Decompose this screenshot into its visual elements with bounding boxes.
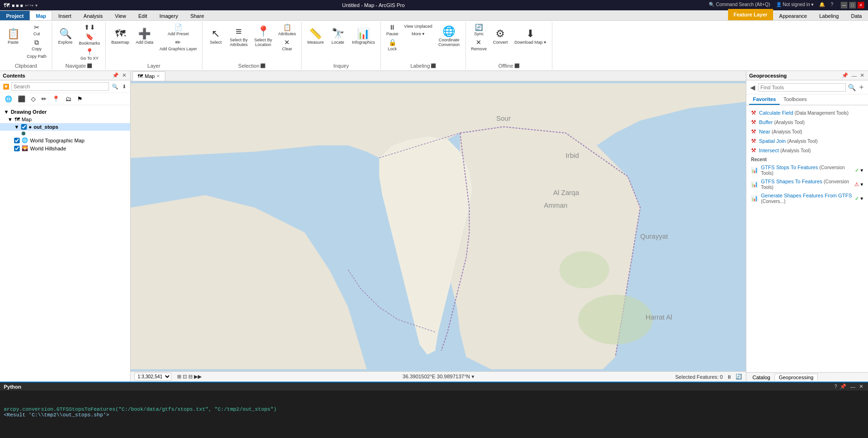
world-topo-checkbox[interactable] [14, 138, 20, 143]
tab-analysis[interactable]: Analysis [78, 11, 109, 20]
notification-icon[interactable]: 🔔 [819, 2, 825, 8]
gp-recent-generate-shapes[interactable]: 📊 Generate Shapes Features From GTFS (Co… [746, 191, 868, 205]
contents-tool-5[interactable]: 📍 [50, 94, 62, 103]
gp-favorite-intersect[interactable]: ⚒ Intersect (Analysis Tool) [746, 146, 868, 155]
gp-recent-gtfs-shapes[interactable]: 📊 GTFS Shapes To Features (Conversion To… [746, 177, 868, 191]
layer-world-topo[interactable]: 🌐 World Topographic Map [0, 136, 130, 144]
tab-project[interactable]: Project [0, 11, 30, 20]
tab-data[interactable]: Data [845, 11, 868, 20]
more-btn[interactable]: More ▾ [402, 30, 434, 38]
view-unplaced-btn[interactable]: View Unplaced [402, 23, 434, 30]
contents-tool-1[interactable]: 🌐 [3, 94, 14, 103]
contents-search-input[interactable] [11, 82, 109, 91]
pause-btn[interactable]: ⏸ Pause [384, 23, 401, 38]
add-graphics-btn[interactable]: ✏ Add Graphics Layer [157, 38, 200, 53]
contents-tool-6[interactable]: 🗂 [63, 94, 73, 103]
gp-minimize-btn[interactable]: — [851, 73, 858, 78]
remove-btn[interactable]: ✕ Remove [469, 38, 489, 53]
contents-pin-btn[interactable]: 📌 [111, 72, 120, 78]
gtfs-stops-menu-icon[interactable]: ▾ [860, 167, 863, 173]
scale-selector[interactable]: 1:3,302,541 [134, 373, 171, 381]
contents-search-options-btn[interactable]: ⬇ [121, 84, 127, 90]
gp-recent-gtfs-stops[interactable]: 📊 GTFS Stops To Features (Conversion Too… [746, 163, 868, 177]
clear-btn[interactable]: ✕ Clear [276, 38, 298, 53]
convert-btn[interactable]: ⚙ Convert [490, 23, 511, 51]
gp-favorite-near[interactable]: ⚒ Near (Analysis Tool) [746, 127, 868, 136]
drawing-order-label[interactable]: ▼ Drawing Order [0, 108, 130, 116]
python-pin-btn[interactable]: 📌 [839, 383, 847, 390]
gtfs-shapes-menu-icon[interactable]: ▾ [860, 181, 863, 188]
map-tab[interactable]: 🗺 Map ✕ [132, 71, 165, 81]
select-by-location-btn[interactable]: 📍 Select ByLocation [251, 23, 275, 51]
gp-add-btn[interactable]: ＋ [858, 82, 865, 92]
gp-favorite-spatial-join[interactable]: ⚒ Spatial Join (Analysis Tool) [746, 136, 868, 146]
map-coordinates[interactable]: 36.3901502°E 30.9897137°N ▾ [207, 374, 669, 380]
help-btn[interactable]: ? [830, 2, 833, 8]
close-btn[interactable]: ✕ [858, 2, 864, 8]
contents-tool-3[interactable]: ◇ [29, 94, 38, 103]
gp-back-btn[interactable]: ◀ [749, 84, 756, 91]
gp-pin-btn[interactable]: 📌 [841, 72, 849, 78]
navigate-group-expand[interactable]: ⬛ [87, 63, 92, 68]
contents-close-btn[interactable]: ✕ [121, 72, 127, 78]
tab-appearance[interactable]: Appearance [773, 11, 813, 20]
layer-world-hillshade[interactable]: 🌄 World Hillshade [0, 144, 130, 152]
geoprocessing-bottom-tab[interactable]: Geoprocessing [775, 374, 818, 381]
paste-btn[interactable]: 📋 Paste [3, 23, 23, 51]
tab-insert[interactable]: Insert [52, 11, 78, 20]
explore-btn[interactable]: 🔍 Explore [55, 23, 76, 51]
copy-btn[interactable]: ⧉ Copy [24, 38, 49, 53]
generate-shapes-menu-icon[interactable]: ▾ [860, 196, 863, 202]
maximize-btn[interactable]: □ [849, 2, 856, 8]
gp-search-input[interactable] [758, 83, 846, 92]
lock-btn[interactable]: 🔒 Lock [384, 38, 401, 53]
refresh-status-icon[interactable]: 🔄 [736, 374, 742, 380]
selection-group-expand[interactable]: ⬛ [260, 63, 265, 68]
download-map-btn[interactable]: ⬇ Download Map ▾ [512, 23, 549, 51]
contents-tool-4[interactable]: ✏ [39, 94, 48, 103]
offline-group-expand[interactable]: ⬛ [514, 63, 519, 68]
tab-map[interactable]: Map [30, 11, 52, 20]
sign-in-status[interactable]: 👤 Not signed in ▾ [776, 2, 814, 8]
gp-tab-toolboxes[interactable]: Toolboxes [780, 94, 811, 105]
gp-favorite-buffer[interactable]: ⚒ Buffer (Analysis Tool) [746, 117, 868, 127]
map-canvas[interactable]: Sour Irbid Al Zarqa Amman Qurayyat Harra… [131, 81, 746, 371]
locate-btn[interactable]: 🔭 Locate [327, 23, 348, 51]
measure-btn[interactable]: 📏 Measure [304, 23, 326, 51]
catalog-tab[interactable]: Catalog [748, 374, 775, 381]
map-item[interactable]: ▼ 🗺 Map [0, 116, 130, 123]
gp-close-btn[interactable]: ✕ [859, 72, 865, 78]
python-minimize-btn[interactable]: — [849, 384, 856, 390]
pause-status-icon[interactable]: ⏸ [727, 374, 732, 380]
coordinate-conversion-btn[interactable]: 🌐 CoordinateConversion [435, 23, 463, 51]
contents-search-btn[interactable]: 🔍 [111, 84, 119, 90]
tab-view[interactable]: View [109, 11, 132, 20]
tab-edit[interactable]: Edit [132, 11, 153, 20]
bookmarks-btn[interactable]: 🔖 Bookmarks [77, 32, 102, 47]
labeling-group-expand[interactable]: ⬛ [431, 63, 436, 68]
out-stops-checkbox[interactable] [21, 124, 27, 130]
select-by-attributes-btn[interactable]: ≡ Select ByAttributes [227, 23, 250, 51]
tab-imagery[interactable]: Imagery [153, 11, 184, 20]
infographics-btn[interactable]: 📊 Infographics [349, 23, 378, 51]
command-search[interactable]: 🔍 Command Search (Alt+Q) [709, 2, 770, 8]
sync-btn[interactable]: 🔄 Sync [469, 23, 489, 38]
add-preset-btn[interactable]: 📄 Add Preset [157, 23, 200, 38]
tab-share[interactable]: Share [184, 11, 210, 20]
map-tab-close[interactable]: ✕ [156, 74, 160, 78]
cut-btn[interactable]: ✂ Cut [24, 23, 49, 38]
gp-favorite-calculate-field[interactable]: ⚒ Calculate Field (Data Management Tools… [746, 108, 868, 117]
tab-feature-layer[interactable]: Feature Layer [728, 10, 773, 19]
gp-tab-favorites[interactable]: Favorites [749, 94, 780, 105]
minimize-btn[interactable]: — [841, 2, 847, 8]
gp-search-icon-btn[interactable]: 🔍 [848, 84, 856, 91]
add-data-btn[interactable]: ➕ Add Data [133, 23, 156, 51]
select-btn[interactable]: ↖ Select [205, 23, 226, 51]
contents-tool-7[interactable]: ⚑ [75, 94, 85, 103]
attributes-btn[interactable]: 📋 Attributes [276, 23, 298, 38]
tab-labeling[interactable]: Labeling [813, 11, 845, 20]
basemap-btn[interactable]: 🗺 Basemap [108, 23, 132, 51]
copy-path-btn[interactable]: Copy Path [24, 53, 49, 60]
world-hillshade-checkbox[interactable] [14, 146, 20, 151]
layer-out-stops[interactable]: ▼ ● out_stops [0, 123, 130, 131]
